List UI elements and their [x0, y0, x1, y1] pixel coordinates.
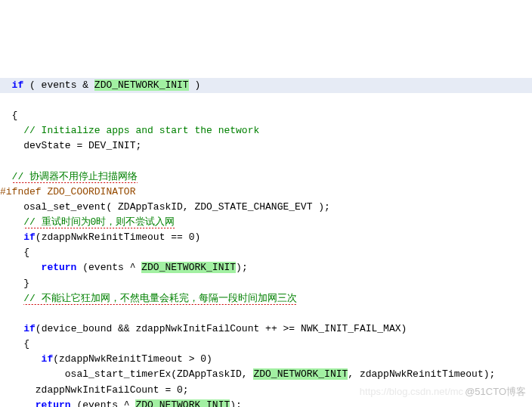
- kw-if: if: [23, 231, 36, 243]
- txt: (events ^: [71, 399, 136, 407]
- code-block: if ( events & ZDO_NETWORK_INIT ) { // In…: [0, 61, 532, 407]
- code-line: {: [0, 247, 29, 258]
- hl-const: ZDO_NETWORK_INIT: [253, 368, 348, 380]
- hl-const: ZDO_NETWORK_INIT: [135, 399, 230, 407]
- code-line: }: [0, 278, 29, 289]
- txt: ): [206, 353, 212, 365]
- txt: ): [194, 231, 200, 243]
- watermark-light: https://blog.csdn.net/mc: [360, 386, 463, 397]
- comment-cn: // 协调器不用停止扫描网络: [12, 171, 138, 183]
- txt: ( events &: [23, 79, 94, 91]
- hl-const: ZDO_NETWORK_INIT: [94, 79, 189, 91]
- hl-const: ZDO_NETWORK_INIT: [141, 262, 236, 273]
- txt: ): [189, 79, 201, 91]
- num: 0: [200, 353, 206, 365]
- kw-if: if: [23, 323, 36, 334]
- txt: , zdappNwkReinitTimeout);: [348, 368, 495, 380]
- txt: (events ^: [76, 262, 141, 273]
- txt: zdappNwkInitFailCount =: [0, 384, 177, 396]
- code-line-highlighted: if ( events & ZDO_NETWORK_INIT ): [0, 78, 532, 93]
- comment-cn: // 重试时间为0时，则不尝试入网: [23, 216, 175, 228]
- preprocessor: #ifndef ZDO_COORDINATOR: [0, 186, 135, 197]
- txt: ;: [183, 384, 189, 396]
- watermark: https://blog.csdn.net/mc@51CTO博客: [360, 384, 526, 399]
- kw-return: return: [42, 262, 77, 273]
- code-line: osal_set_event( ZDAppTaskID, ZDO_STATE_C…: [0, 201, 330, 213]
- comment-cn: // 不能让它狂加网，不然电量会耗完，每隔一段时间加网三次: [23, 293, 296, 305]
- watermark-dark: @51CTO博客: [465, 386, 526, 397]
- code-line: {: [0, 110, 17, 121]
- txt: (zdappNwkReinitTimeout ==: [36, 231, 189, 243]
- txt: );: [236, 262, 248, 273]
- kw-if: if: [42, 353, 54, 365]
- txt: (zdappNwkReinitTimeout >: [53, 353, 200, 365]
- txt: );: [230, 399, 242, 407]
- txt: (device_bound && zdappNwkInitFailCount +…: [36, 323, 407, 334]
- code-line: devState = DEV_INIT;: [0, 140, 141, 151]
- kw-return: return: [36, 399, 71, 407]
- num: 0: [177, 384, 183, 396]
- kw-if: if: [12, 79, 24, 91]
- code-line: {: [0, 338, 29, 350]
- txt: osal_start_timerEx(ZDAppTaskID,: [0, 368, 253, 380]
- comment: // Initialize apps and start the network: [23, 125, 259, 136]
